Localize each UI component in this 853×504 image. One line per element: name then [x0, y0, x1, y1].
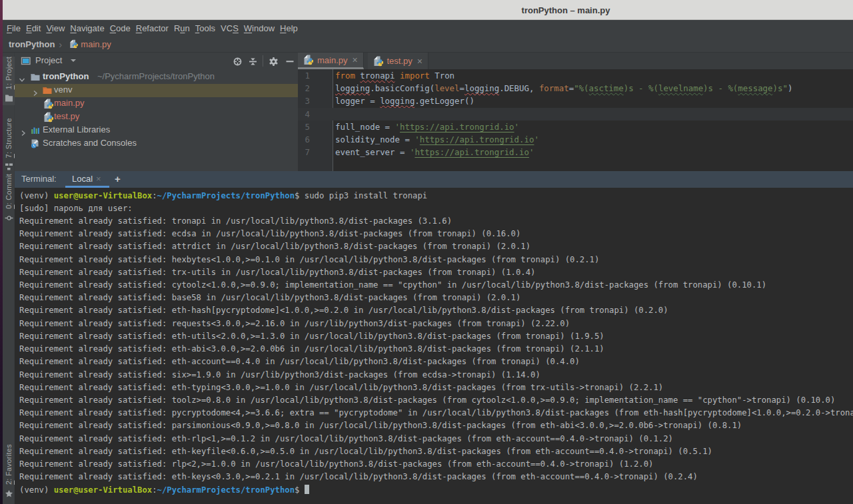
project-stripe-icon: [5, 93, 13, 105]
terminal-line: Requirement already satisfied: base58 in…: [15, 292, 853, 304]
line-number: 3: [298, 95, 310, 107]
menu-edit[interactable]: Edit: [23, 23, 43, 33]
menu-refactor[interactable]: Refactor: [133, 23, 171, 33]
line-number: 4: [298, 108, 310, 121]
terminal-line: [sudo] пароль для user:: [15, 202, 853, 215]
code-text: from tronapi import Tron: [335, 69, 454, 82]
terminal-tab-local[interactable]: Local: [65, 171, 109, 188]
close-icon[interactable]: ×: [417, 58, 423, 65]
project-panel-header: Project: [15, 53, 298, 69]
tree-item-test-py[interactable]: test.py: [15, 111, 298, 124]
tree-item-external-libraries[interactable]: External Libraries: [15, 124, 298, 137]
close-icon[interactable]: ×: [96, 174, 101, 184]
terminal-line: Requirement already satisfied: ecdsa in …: [15, 228, 853, 240]
menu-file[interactable]: File: [4, 23, 23, 33]
menu-vcs[interactable]: VCS: [218, 23, 241, 33]
terminal-line: Requirement already satisfied: attrdict …: [15, 240, 853, 253]
menu-navigate[interactable]: Navigate: [67, 23, 107, 33]
menu-tools[interactable]: Tools: [193, 23, 218, 33]
python-file-icon: [303, 55, 313, 65]
toolbar-separator: [263, 55, 263, 67]
code-text: event_server = 'https://api.trongrid.io': [335, 146, 534, 158]
commit-stripe-icon: [5, 213, 13, 225]
terminal-line: Requirement already satisfied: eth-hash[…: [15, 304, 853, 317]
project-tree: tronPython~/PycharmProjects/tronPythonve…: [15, 71, 298, 171]
tree-item-label: Scratches and Consoles: [43, 138, 137, 148]
terminal-line: Requirement already satisfied: rlp<2,>=1…: [15, 458, 853, 471]
terminal-line: Requirement already satisfied: eth-rlp<1…: [15, 433, 853, 445]
chevron-down-icon[interactable]: [71, 59, 76, 62]
project-view-icon: [21, 55, 31, 69]
folder-icon: [30, 72, 41, 85]
terminal-line: Requirement already satisfied: hexbytes<…: [15, 254, 853, 266]
editor-tab-test-py[interactable]: test.py×: [368, 53, 428, 69]
breadcrumb-bar: tronPython › main.py: [3, 36, 853, 53]
terminal-line: Requirement already satisfied: eth-keyfi…: [15, 445, 853, 458]
code-line-7[interactable]: 7event_server = 'https://api.trongrid.io…: [298, 146, 853, 158]
python-file-icon: [69, 39, 79, 49]
stripe-label: 1: Project: [5, 57, 13, 89]
code-editor[interactable]: 1from tronapi import Tron2logging.basicC…: [298, 69, 853, 171]
terminal-line: Requirement already satisfied: eth-keys<…: [15, 471, 853, 483]
close-icon[interactable]: ×: [353, 57, 358, 63]
tree-item-scratches-and-consoles[interactable]: Scratches and Consoles: [15, 137, 298, 150]
collapse-all-icon[interactable]: [247, 56, 259, 70]
tree-item-label: External Libraries: [43, 125, 110, 134]
code-line-2[interactable]: 2logging.basicConfig(level=logging.DEBUG…: [298, 82, 853, 95]
gear-icon[interactable]: [268, 56, 279, 70]
scratches-icon: [30, 138, 41, 152]
menu-help[interactable]: Help: [277, 23, 301, 33]
stripe-label: 2: Favorites: [5, 444, 13, 485]
line-number: 2: [298, 82, 310, 95]
breadcrumb-project[interactable]: tronPython: [9, 39, 55, 49]
code-line-6[interactable]: 6solidity_node = 'https://api.trongrid.i…: [298, 133, 853, 146]
breadcrumb-separator-icon: ›: [59, 39, 62, 50]
line-number: 1: [298, 69, 310, 82]
terminal-line: Requirement already satisfied: six>=1.9.…: [15, 369, 853, 381]
menu-window[interactable]: Window: [241, 23, 277, 33]
stripe-label: 7: Structure: [5, 118, 13, 158]
breadcrumb-file[interactable]: main.py: [81, 39, 111, 49]
stripe-button-project[interactable]: 1: Project: [3, 57, 15, 105]
locate-file-icon[interactable]: [232, 56, 243, 70]
hide-panel-icon[interactable]: [285, 56, 295, 69]
menu-code[interactable]: Code: [107, 23, 133, 33]
tree-item-venv[interactable]: venv: [15, 84, 298, 97]
tree-item-label: tronPython: [43, 71, 89, 81]
menu-view[interactable]: View: [43, 23, 67, 33]
tree-item-tronpython[interactable]: tronPython~/PycharmProjects/tronPython: [15, 71, 298, 84]
window-titlebar[interactable]: tronPython – main.py: [3, 0, 853, 20]
window-title: tronPython – main.py: [522, 5, 610, 15]
tool-window-stripe: 1: Project7: Structure0: Commit2: Favori…: [3, 53, 15, 504]
terminal-header: Terminal: Local × +: [15, 171, 853, 188]
tree-item-main-py[interactable]: main.py: [15, 97, 298, 111]
project-tool-window: Project tronPython~/PycharmProjects/tron…: [15, 53, 298, 171]
editor-tab-main-py[interactable]: main.py×: [298, 53, 364, 69]
code-line-4[interactable]: 4: [298, 108, 853, 121]
terminal-line: (venv) user@user-VirtualBox:~/PycharmPro…: [15, 190, 853, 202]
code-line-3[interactable]: 3logger = logging.getLogger(): [298, 95, 853, 107]
terminal-output[interactable]: (venv) user@user-VirtualBox:~/PycharmPro…: [15, 188, 853, 504]
python-file-icon: [43, 112, 53, 125]
stripe-label: 0: Commit: [5, 174, 13, 209]
new-terminal-icon[interactable]: +: [115, 173, 121, 184]
code-text: solidity_node = 'https://api.trongrid.io…: [335, 133, 539, 146]
stripe-button-commit[interactable]: 0: Commit: [3, 174, 15, 225]
terminal-line: Requirement already satisfied: eth-accou…: [15, 356, 853, 368]
code-text: full_node = 'https://api.trongrid.io': [335, 121, 519, 133]
stripe-button-structure[interactable]: 7: Structure: [3, 118, 15, 174]
terminal-cursor: [305, 485, 309, 494]
pycharm-window: tronPython – main.py FileEditViewNavigat…: [0, 0, 853, 504]
menu-run[interactable]: Run: [171, 23, 193, 33]
editor-area: main.py×test.py× 1from tronapi import Tr…: [298, 53, 853, 171]
code-text: logging.basicConfig(level=logging.DEBUG,…: [335, 82, 792, 95]
libraries-icon: [30, 125, 41, 138]
terminal-line: Requirement already satisfied: cytoolz<1…: [15, 279, 853, 292]
project-panel-title[interactable]: Project: [35, 55, 62, 65]
terminal-line: Requirement already satisfied: requests<…: [15, 318, 853, 330]
line-number: 6: [298, 133, 310, 146]
stripe-button-favorites[interactable]: 2: Favorites: [3, 444, 15, 501]
code-line-5[interactable]: 5full_node = 'https://api.trongrid.io': [298, 121, 853, 133]
code-line-1[interactable]: 1from tronapi import Tron: [298, 69, 853, 82]
structure-stripe-icon: [5, 162, 13, 174]
